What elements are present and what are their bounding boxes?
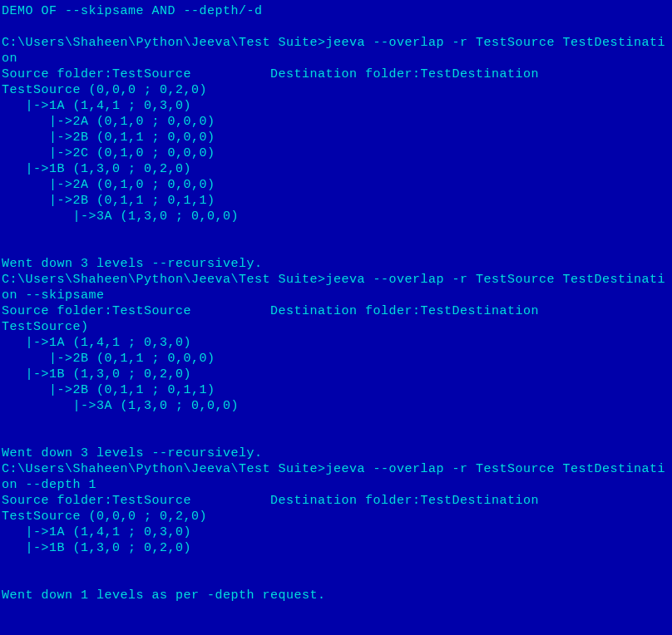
source-dest-info-3: Source folder:TestSource Destination fol… (2, 493, 670, 509)
terminal-window[interactable]: DEMO OF --skipsame AND --depth/-d C:\Use… (2, 3, 670, 603)
levels-message-3: Went down 1 levels as per -depth request… (2, 588, 670, 603)
blank-line (2, 556, 670, 572)
command-prompt-2: C:\Users\Shaheen\Python\Jeeva\Test Suite… (2, 272, 670, 303)
demo-title: DEMO OF --skipsame AND --depth/-d (2, 3, 670, 19)
tree-output-2: TestSource) |->1A (1,4,1 ; 0,3,0) |->2B … (2, 319, 670, 414)
source-dest-info-1: Source folder:TestSource Destination fol… (2, 66, 670, 82)
blank-line (2, 19, 670, 35)
blank-line (2, 430, 670, 445)
tree-output-3: TestSource (0,0,0 ; 0,2,0) |->1A (1,4,1 … (2, 509, 670, 556)
levels-message-1: Went down 3 levels --recursively. (2, 256, 670, 272)
blank-line (2, 240, 670, 256)
levels-message-2: Went down 3 levels --recursively. (2, 445, 670, 461)
command-prompt-1: C:\Users\Shaheen\Python\Jeeva\Test Suite… (2, 35, 670, 66)
blank-line (2, 572, 670, 588)
source-dest-info-2: Source folder:TestSource Destination fol… (2, 303, 670, 319)
blank-line (2, 414, 670, 430)
blank-line (2, 224, 670, 240)
tree-output-1: TestSource (0,0,0 ; 0,2,0) |->1A (1,4,1 … (2, 82, 670, 224)
command-prompt-3: C:\Users\Shaheen\Python\Jeeva\Test Suite… (2, 461, 670, 493)
